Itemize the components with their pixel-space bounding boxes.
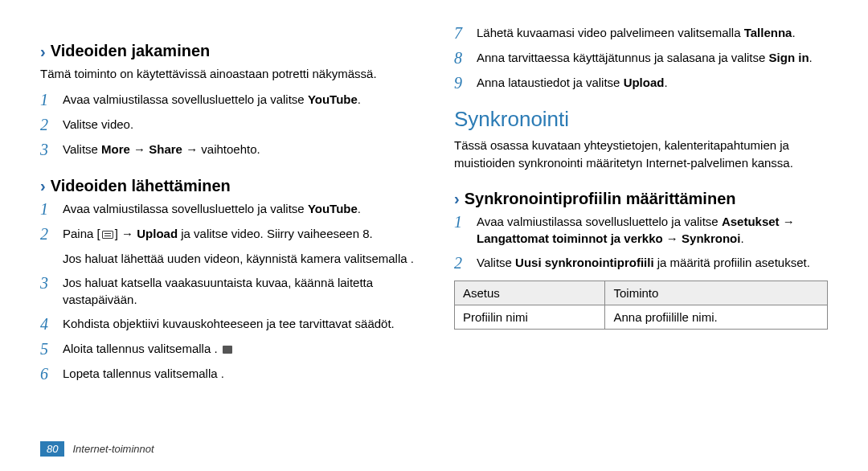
table-header-function: Toiminto	[605, 281, 828, 305]
steps-sharing: 1 Avaa valmiustilassa sovellusluettelo j…	[40, 91, 414, 159]
step-body: Avaa valmiustilassa sovellusluettelo ja …	[477, 213, 828, 248]
chevron-right-icon: ›	[454, 190, 460, 207]
step-body: Anna tarvittaessa käyttäjätunnus ja sala…	[477, 49, 828, 67]
steps-sync: 1 Avaa valmiustilassa sovellusluettelo j…	[454, 213, 828, 273]
step-body: Valitse Uusi synkronointiprofiili ja mää…	[477, 254, 828, 272]
menu-key-icon	[102, 231, 113, 239]
two-column-layout: › Videoiden jakaminen Tämä toiminto on k…	[40, 24, 828, 390]
right-column: 7 Lähetä kuvaamasi video palvelimeen val…	[454, 24, 828, 390]
step-number: 3	[40, 274, 55, 293]
step-body: Kohdista objektiivi kuvauskohteeseen ja …	[63, 315, 414, 333]
step-number: 2	[454, 254, 469, 272]
step-number: 9	[454, 74, 469, 92]
subheading-videoiden-jakaminen: › Videoiden jakaminen	[40, 42, 414, 60]
heading-synkronointi: Synkronointi	[454, 107, 828, 132]
step-body: Avaa valmiustilassa sovellusluettelo ja …	[63, 91, 414, 109]
settings-table: Asetus Toiminto Profiilin nimi Anna prof…	[454, 281, 828, 330]
step-5: 5 Aloita tallennus valitsemalla .	[40, 340, 414, 358]
subheading-sync-profile: › Synkronointiprofiilin määrittäminen	[454, 190, 828, 208]
step-body: Jos haluat katsella vaakasuuntaista kuva…	[63, 274, 414, 309]
step-4: 4 Kohdista objektiivi kuvauskohteeseen j…	[40, 315, 414, 334]
step-3: 3 Valitse More → Share → vaihtoehto.	[40, 141, 414, 159]
step-number: 1	[40, 91, 55, 109]
steps-sending-cont: 3 Jos haluat katsella vaakasuuntaista ku…	[40, 274, 414, 384]
subheading-videoiden-lahettaminen: › Videoiden lähettäminen	[40, 177, 414, 195]
step-number: 3	[40, 141, 55, 159]
step-2: 2 Valitse video.	[40, 116, 414, 134]
step-body: Lähetä kuvaamasi video palvelimeen valit…	[477, 24, 828, 42]
step-body: Lopeta tallennus valitsemalla .	[63, 365, 414, 383]
subheading-text: Synkronointiprofiilin määrittäminen	[465, 190, 736, 208]
step-number: 8	[454, 49, 469, 68]
table-header-setting: Asetus	[455, 281, 605, 305]
step-body: Valitse More → Share → vaihtoehto.	[63, 141, 414, 158]
step-9: 9 Anna lataustiedot ja valitse Upload.	[454, 74, 828, 92]
step-1: 1 Avaa valmiustilassa sovellusluettelo j…	[454, 213, 828, 248]
step-2: 2 Paina [] → Upload ja valitse video. Si…	[40, 225, 414, 244]
step-6: 6 Lopeta tallennus valitsemalla .	[40, 365, 414, 383]
chevron-right-icon: ›	[40, 43, 46, 59]
step-body: Aloita tallennus valitsemalla .	[63, 340, 414, 358]
step-3: 3 Jos haluat katsella vaakasuuntaista ku…	[40, 274, 414, 309]
subheading-text: Videoiden jakaminen	[51, 42, 211, 60]
step-body: Anna lataustiedot ja valitse Upload.	[477, 74, 828, 92]
step-1: 1 Avaa valmiustilassa sovellusluettelo j…	[40, 200, 414, 219]
step-number: 1	[40, 200, 55, 219]
step-8: 8 Anna tarvittaessa käyttäjätunnus ja sa…	[454, 49, 828, 68]
intro-paragraph: Tämä toiminto on käytettävissä ainoastaa…	[40, 65, 414, 83]
table-cell-setting: Profiilin nimi	[455, 305, 605, 330]
subheading-text: Videoiden lähettäminen	[51, 177, 231, 195]
step-number: 2	[40, 116, 55, 134]
step-body: Paina [] → Upload ja valitse video. Siir…	[63, 225, 414, 243]
chevron-right-icon: ›	[40, 178, 46, 194]
step-1: 1 Avaa valmiustilassa sovellusluettelo j…	[40, 91, 414, 109]
step-number: 1	[454, 213, 469, 231]
page: › Videoiden jakaminen Tämä toiminto on k…	[0, 0, 868, 471]
step-2-sub: Jos haluat lähettää uuden videon, käynni…	[63, 250, 414, 268]
left-column: › Videoiden jakaminen Tämä toiminto on k…	[40, 24, 414, 390]
step-number: 2	[40, 225, 55, 244]
step-number: 6	[40, 365, 55, 383]
table-cell-function: Anna profiilille nimi.	[605, 305, 828, 330]
page-footer: 80 Internet-toiminnot	[40, 441, 154, 457]
step-number: 7	[454, 24, 469, 43]
step-2: 2 Valitse Uusi synkronointiprofiili ja m…	[454, 254, 828, 272]
steps-sending: 1 Avaa valmiustilassa sovellusluettelo j…	[40, 200, 414, 244]
sync-intro: Tässä osassa kuvataan yhteystietojen, ka…	[454, 137, 828, 172]
step-body: Avaa valmiustilassa sovellusluettelo ja …	[63, 200, 414, 218]
table-header-row: Asetus Toiminto	[455, 281, 828, 305]
steps-sending-right: 7 Lähetä kuvaamasi video palvelimeen val…	[454, 24, 828, 92]
section-title: Internet-toiminnot	[72, 443, 154, 455]
record-icon	[223, 346, 232, 354]
step-7: 7 Lähetä kuvaamasi video palvelimeen val…	[454, 24, 828, 43]
table-row: Profiilin nimi Anna profiilille nimi.	[455, 305, 828, 330]
step-body: Valitse video.	[63, 116, 414, 133]
page-number: 80	[40, 441, 64, 457]
step-number: 4	[40, 315, 55, 334]
step-number: 5	[40, 340, 55, 358]
